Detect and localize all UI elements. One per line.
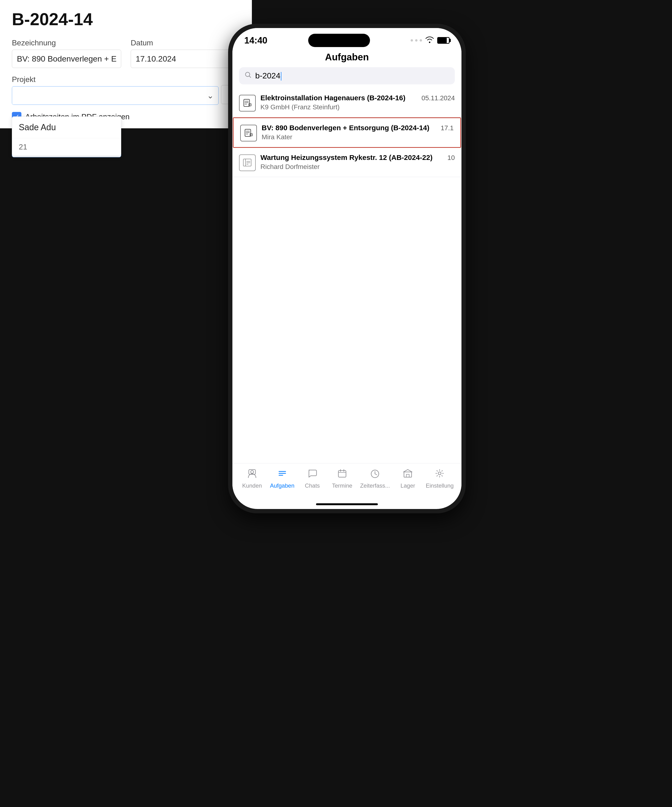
svg-rect-31: [407, 474, 409, 477]
lager-icon: [403, 468, 413, 481]
search-icon: [244, 71, 252, 81]
svg-point-32: [438, 472, 441, 475]
kunden-icon: [247, 468, 257, 481]
phone-container: 14:40: [228, 24, 466, 513]
svg-point-19: [251, 470, 254, 473]
search-bar[interactable]: b-2024: [239, 67, 455, 85]
wifi-icon: [425, 36, 434, 45]
dot3-icon: [420, 39, 422, 42]
nav-kunden[interactable]: Kunden: [240, 468, 264, 489]
nav-zeiterfassung[interactable]: Zeiterfass...: [360, 468, 390, 489]
dropdown-number: 21: [12, 138, 121, 156]
list-item[interactable]: Wartung Heizungssystem Rykestr. 12 (AB-2…: [232, 148, 461, 177]
app-header: Aufgaben: [232, 50, 461, 67]
list-item[interactable]: BV: 890 Bodenverlegen + Entsorgung (B-20…: [233, 117, 461, 148]
bottom-nav: Kunden Aufgaben: [232, 463, 461, 503]
list-item-title: BV: 890 Bodenverlegen + Entsorgung (B-20…: [262, 124, 440, 132]
projekt-input-wrap: ⌄: [12, 86, 219, 105]
bezeichnung-label: Bezeichnung: [12, 38, 121, 47]
aufgaben-icon: [277, 468, 287, 481]
nav-chats[interactable]: Chats: [300, 468, 324, 489]
datum-label: Datum: [131, 38, 240, 47]
phone-inner: 14:40: [232, 28, 461, 509]
nav-termine-label: Termine: [332, 482, 352, 489]
zeiterfassung-icon: [370, 468, 380, 481]
list-item[interactable]: Elektroinstallation Hagenauers (B-2024-1…: [232, 88, 461, 117]
projekt-dropdown-button[interactable]: ⌄: [202, 86, 218, 105]
termine-icon: [337, 468, 347, 481]
svg-line-29: [375, 474, 377, 475]
list-item-title: Wartung Heizungssystem Rykestr. 12 (AB-2…: [261, 153, 446, 161]
list-item-content: Wartung Heizungssystem Rykestr. 12 (AB-2…: [261, 153, 455, 171]
list-item-subtitle: K9 GmbH (Franz Steinfurt): [261, 103, 455, 111]
dot2-icon: [415, 39, 418, 42]
chats-icon: [307, 468, 317, 481]
nav-aufgaben[interactable]: Aufgaben: [270, 468, 294, 489]
task-list: Elektroinstallation Hagenauers (B-2024-1…: [232, 88, 461, 463]
list-item-date: 10: [448, 154, 455, 161]
dot1-icon: [411, 39, 413, 42]
list-item-subtitle: Mira Kater: [262, 133, 454, 141]
nav-aufgaben-label: Aufgaben: [270, 482, 294, 489]
einstellung-icon: [435, 468, 445, 481]
nav-termine[interactable]: Termine: [330, 468, 354, 489]
mitarbeiter-dropdown: Sade Adu 21: [12, 116, 121, 156]
search-input[interactable]: b-2024: [255, 71, 450, 81]
nav-chats-label: Chats: [305, 482, 320, 489]
app-title: Aufgaben: [325, 52, 369, 62]
list-item-subtitle: Richard Dorfmeister: [261, 163, 455, 171]
projekt-input[interactable]: [12, 87, 202, 105]
nav-lager[interactable]: Lager: [396, 468, 420, 489]
list-item-title: Elektroinstallation Hagenauers (B-2024-1…: [261, 94, 420, 102]
task-icon: [239, 154, 256, 171]
nav-einstellung-label: Einstellung: [426, 482, 454, 489]
projekt-label: Projekt: [12, 75, 219, 84]
nav-kunden-label: Kunden: [242, 482, 262, 489]
bezeichnung-input[interactable]: [12, 50, 121, 68]
dropdown-item-sade[interactable]: Sade Adu: [12, 117, 121, 138]
nav-zeiterfassung-label: Zeiterfass...: [360, 482, 390, 489]
battery-icon: [437, 37, 450, 44]
datum-input[interactable]: [131, 50, 240, 68]
dynamic-island: [308, 34, 370, 47]
phone-outer: 14:40: [228, 24, 466, 513]
list-item-content: BV: 890 Bodenverlegen + Entsorgung (B-20…: [262, 124, 454, 141]
list-item-content: Elektroinstallation Hagenauers (B-2024-1…: [261, 94, 455, 111]
status-time: 14:40: [244, 35, 267, 46]
status-icons: [411, 36, 450, 45]
list-item-date: 05.11.2024: [421, 94, 455, 102]
task-icon: [240, 125, 257, 141]
nav-lager-label: Lager: [401, 482, 415, 489]
home-indicator: [316, 503, 378, 505]
status-bar: 14:40: [232, 28, 461, 50]
page-title: B-2024-14: [12, 10, 240, 29]
nav-einstellung[interactable]: Einstellung: [426, 468, 454, 489]
task-icon: [239, 95, 256, 111]
cursor: [281, 72, 281, 81]
desktop-form: B-2024-14 Bezeichnung Datum Projekt ⌄ → …: [0, 0, 252, 128]
svg-rect-23: [338, 470, 346, 477]
list-item-date: 17.1: [441, 124, 454, 132]
